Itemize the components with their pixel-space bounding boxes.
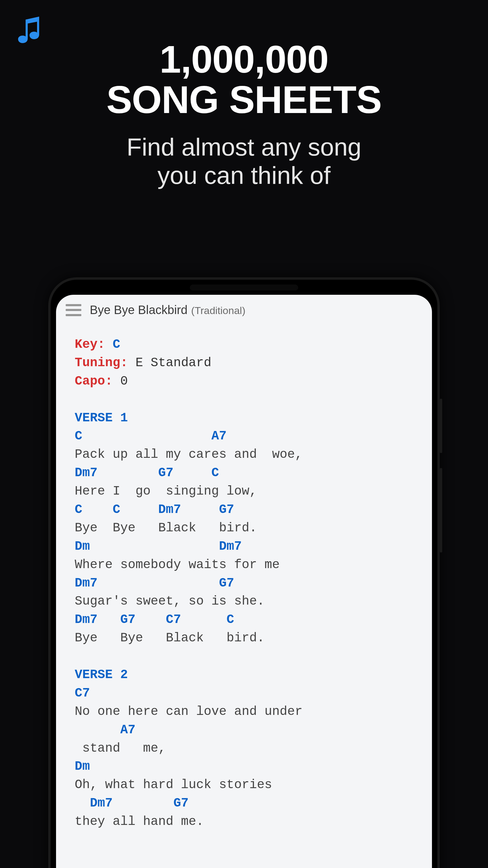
phone-screen: Bye Bye Blackbird (Traditional) Key: C T… [56, 295, 432, 868]
lyric-line: Bye Bye Black bird. [75, 631, 264, 645]
song-sheet[interactable]: Key: C Tuning: E Standard Capo: 0 VERSE … [56, 323, 432, 831]
chord-line: C7 [75, 686, 90, 701]
hero-subtitle-line1: Find almost any song [127, 133, 361, 161]
section-label: VERSE 1 [75, 411, 128, 425]
lyric-line: Pack up all my cares and woe, [75, 447, 302, 462]
lyric-line: Oh, what hard luck stories [75, 778, 272, 792]
phone-frame: Bye Bye Blackbird (Traditional) Key: C T… [48, 277, 440, 868]
song-title: Bye Bye Blackbird [90, 303, 188, 317]
key-value: C [113, 337, 120, 352]
hero-subtitle-line2: you can think of [158, 161, 330, 189]
chord-line: Dm7 G7 C7 C [75, 613, 234, 627]
chord-line: Dm [75, 759, 90, 774]
app-header: Bye Bye Blackbird (Traditional) [56, 295, 432, 323]
key-label: Key: [75, 337, 105, 352]
section-label: VERSE 2 [75, 668, 128, 682]
lyric-line: Here I go singing low, [75, 484, 257, 498]
chord-line: Dm7 G7 [75, 576, 234, 590]
chord-line: C A7 [75, 429, 227, 443]
lyric-line: Sugar's sweet, so is she. [75, 594, 264, 609]
hero-title-line1: 1,000,000 [160, 38, 328, 81]
lyric-line: they all hand me. [75, 814, 204, 829]
chord-line: A7 [75, 723, 135, 737]
hero-subtitle: Find almost any song you can think of [0, 133, 488, 190]
song-title-row: Bye Bye Blackbird (Traditional) [90, 303, 246, 317]
chord-line: Dm7 G7 C [75, 466, 219, 480]
chord-line: Dm7 G7 [75, 796, 189, 810]
capo-value: 0 [120, 374, 128, 389]
lyric-line: Where somebody waits for me [75, 558, 280, 572]
chord-line: Dm Dm7 [75, 539, 242, 554]
hero-section: 1,000,000 SONG SHEETS Find almost any so… [0, 39, 488, 190]
tuning-value: E Standard [135, 355, 212, 370]
lyric-line: Bye Bye Black bird. [75, 521, 257, 535]
menu-icon[interactable] [66, 304, 82, 316]
phone-notch [190, 284, 298, 290]
tuning-label: Tuning: [75, 355, 128, 370]
lyric-line: No one here can love and under [75, 704, 302, 719]
phone-side-button [440, 399, 442, 453]
chord-line: C C Dm7 G7 [75, 502, 234, 517]
song-subtitle: (Traditional) [191, 305, 246, 316]
hero-title-line2: SONG SHEETS [106, 78, 382, 121]
lyric-line: stand me, [75, 741, 166, 755]
phone-side-button [440, 468, 442, 553]
hero-title: 1,000,000 SONG SHEETS [0, 39, 488, 120]
capo-label: Capo: [75, 374, 113, 389]
